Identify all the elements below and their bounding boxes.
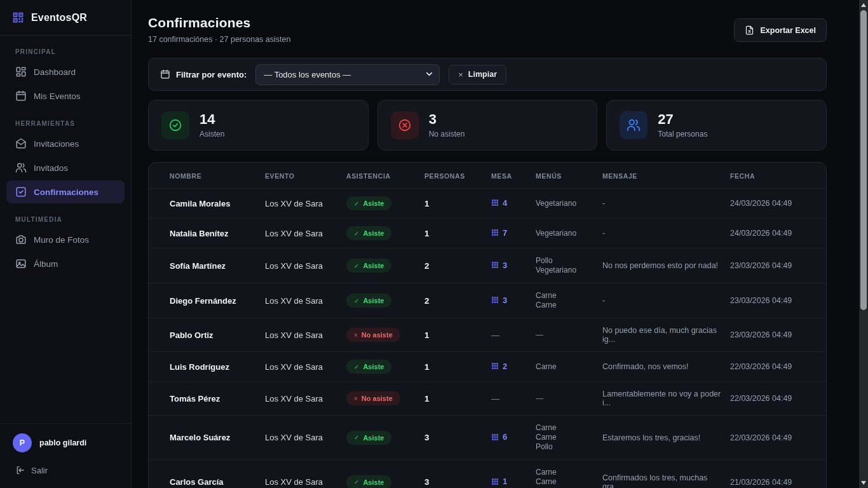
cell-event: Los XV de Sara [265, 323, 346, 348]
cell-attendance: ×No asiste [346, 320, 424, 349]
stat-label: No asisten [429, 130, 465, 139]
attendance-badge: ×No asiste [346, 391, 400, 405]
column-header-asistencia: ASISTENCIA [346, 172, 424, 180]
logout-icon [15, 465, 25, 475]
sidebar-item-label: Mis Eventos [34, 92, 81, 101]
menu-item: Vegetariano [536, 266, 597, 275]
menu-item: Carne [536, 423, 597, 433]
cell-name: Pablo Ortiz [170, 323, 265, 348]
mesa-badge: 2 [491, 362, 507, 371]
cell-persons: 3 [424, 425, 491, 450]
column-header-personas: PERSONAS [424, 172, 491, 180]
column-header-evento: EVENTO [265, 172, 346, 180]
cell-menus: Carne [536, 355, 602, 379]
column-header-mensaje: MENSAJE [602, 172, 730, 180]
user-profile[interactable]: P pablo gilardi [13, 433, 118, 452]
sidebar-item-invitaciones[interactable]: Invitaciones [6, 132, 125, 155]
stat-card-asisten: 14Asisten [148, 100, 369, 151]
stat-card-no-asisten: 3No asisten [377, 100, 598, 151]
stat-value: 3 [429, 112, 465, 126]
table-row: Pablo OrtizLos XV de Sara×No asiste1——No… [149, 318, 826, 351]
table-grid-icon [491, 433, 499, 441]
cell-message: No nos perdemos esto por nada! [602, 254, 730, 278]
app-title: EventosQR [31, 12, 87, 24]
cell-menus: Vegetariano [536, 221, 602, 246]
cell-mesa: 3 [491, 253, 536, 279]
page-header: Confirmaciones 17 confirmaciónes · 27 pe… [148, 15, 827, 44]
cell-event: Los XV de Sara [265, 191, 346, 216]
sidebar-item-dashboard[interactable]: Dashboard [6, 60, 125, 83]
cell-date: 22/03/2026 04:49 [730, 386, 813, 410]
users-icon [620, 111, 648, 139]
attendance-badge: ✓Asiste [346, 196, 391, 210]
cell-mesa: 4 [491, 191, 536, 217]
calendar-icon [15, 90, 27, 102]
table-row: Marcelo SuárezLos XV de Sara✓Asiste36Car… [149, 415, 826, 459]
avatar: P [13, 433, 32, 452]
image-icon [15, 258, 27, 269]
table-grid-icon [491, 261, 499, 269]
cell-mesa: 6 [491, 424, 536, 451]
mesa-badge: 3 [491, 295, 507, 305]
sidebar-item-confirmaciones[interactable]: Confirmaciones [6, 180, 125, 203]
page-title: Confirmaciones [148, 15, 290, 30]
clear-filter-button[interactable]: × Limpiar [449, 65, 506, 85]
filter-bar: Filtrar por evento: — Todos los eventos … [148, 58, 827, 91]
sidebar-item-mis-eventos[interactable]: Mis Eventos [6, 85, 125, 107]
export-excel-button[interactable]: Exportar Excel [734, 18, 827, 42]
user-name: pablo gilardi [39, 438, 86, 447]
cell-attendance: ✓Asiste [346, 189, 424, 218]
scroll-down-arrow-icon[interactable] [861, 481, 866, 485]
menu-item: Vegetariano [536, 229, 597, 238]
table-grid-icon [491, 199, 499, 207]
x-icon: × [458, 70, 463, 79]
sidebar-item-muro-de-fotos[interactable]: Muro de Fotos [6, 228, 125, 251]
cell-attendance: ✓Asiste [346, 423, 424, 452]
menu-item: Pollo [536, 442, 597, 452]
scroll-up-arrow-icon[interactable] [861, 3, 866, 7]
qr-logo-icon [11, 11, 25, 24]
menu-item: Vegetariano [536, 199, 597, 208]
cell-message: - [602, 191, 730, 215]
stat-text: 14Asisten [200, 112, 224, 138]
table-body: Camila MoralesLos XV de Sara✓Asiste14Veg… [149, 188, 826, 488]
menu-item: Carne [536, 291, 597, 301]
x-circle-icon [391, 111, 419, 139]
event-select-wrap: — Todos los eventos — [255, 64, 440, 85]
cell-menus: — [536, 386, 602, 411]
stat-text: 3No asisten [429, 112, 465, 138]
cell-event: Los XV de Sara [265, 221, 346, 246]
logout-button[interactable]: Salir [13, 465, 118, 475]
cell-menus: CarneCarneVegetariano [536, 460, 602, 488]
cell-mesa: 2 [491, 354, 536, 380]
column-header-fecha: FECHA [730, 172, 813, 180]
sidebar-item-album[interactable]: Álbum [6, 252, 125, 275]
event-select[interactable]: — Todos los eventos — [255, 64, 440, 85]
table-grid-icon [491, 229, 499, 236]
sidebar: EventosQR PRINCIPALDashboardMis EventosH… [0, 0, 132, 488]
cell-date: 22/03/2026 04:49 [730, 426, 813, 450]
cell-menus: CarneCarne [536, 283, 602, 318]
clear-filter-label: Limpiar [468, 70, 497, 79]
sidebar-footer: P pablo gilardi Salir [0, 423, 131, 488]
window-scrollbar[interactable] [859, 0, 868, 488]
camera-icon [15, 234, 27, 245]
x-icon: × [354, 395, 358, 402]
attendance-badge: ✓Asiste [346, 431, 391, 445]
sidebar-nav: PRINCIPALDashboardMis EventosHERRAMIENTA… [0, 36, 131, 276]
export-excel-label: Exportar Excel [760, 26, 816, 35]
cell-mesa: — [491, 386, 536, 411]
calendar-icon [160, 69, 170, 79]
cell-message: Estaremos los tres, gracias! [602, 426, 730, 450]
table-grid-icon [491, 362, 499, 370]
stats-row: 14Asisten3No asisten27Total personas [148, 100, 827, 151]
table-row: Diego FernándezLos XV de Sara✓Asiste23Ca… [149, 283, 826, 318]
cell-date: 24/03/2026 04:49 [730, 221, 813, 245]
sidebar-item-invitados[interactable]: Invitados [6, 156, 125, 179]
mesa-badge: 1 [491, 477, 507, 486]
mesa-badge: 3 [491, 261, 507, 270]
check-icon: ✓ [354, 434, 359, 441]
check-circle-icon [161, 111, 189, 139]
attendance-badge: ×No asiste [346, 328, 400, 342]
scrollbar-thumb[interactable] [860, 10, 867, 310]
